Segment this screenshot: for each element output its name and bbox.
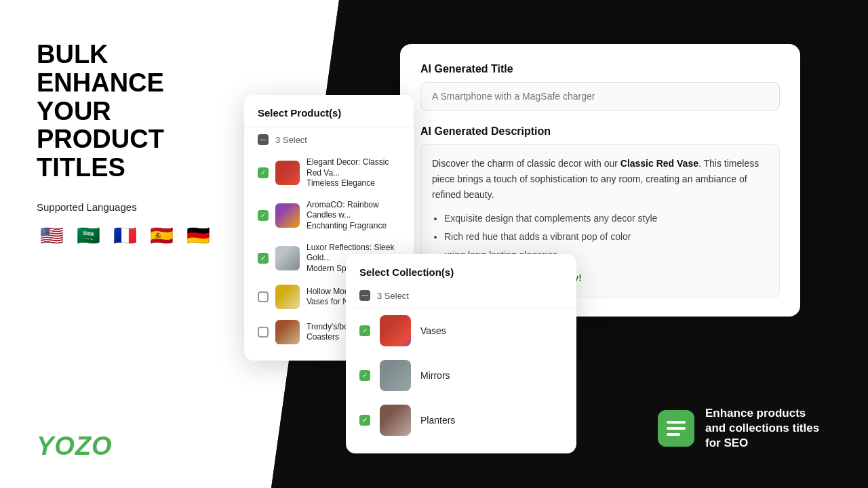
badge-icon bbox=[658, 410, 694, 447]
collection-checkbox-mirrors[interactable]: ✓ bbox=[359, 370, 370, 381]
bottom-badge: Enhance products and collections titles … bbox=[658, 406, 827, 451]
product-select-all-row[interactable]: — 3 Select bbox=[244, 127, 414, 152]
product-card-header: Select Product(s) bbox=[244, 95, 414, 127]
yozo-logo: YOZO bbox=[37, 432, 113, 461]
collection-select-all-checkbox[interactable]: — bbox=[359, 290, 370, 301]
product-checkbox-4[interactable] bbox=[258, 291, 269, 302]
collection-name-planters: Planters bbox=[420, 415, 455, 426]
product-thumb-1 bbox=[275, 161, 300, 185]
collection-select-count: 3 Select bbox=[377, 291, 409, 301]
ai-desc-intro: Discover the charm of classic decor with… bbox=[432, 158, 620, 169]
svg-rect-2 bbox=[667, 433, 680, 436]
ai-title-input[interactable] bbox=[420, 82, 780, 110]
product-thumb-4 bbox=[275, 285, 300, 309]
product-checkbox-5[interactable] bbox=[258, 327, 269, 338]
left-panel: BULK ENHANCE YOUR PRODUCT TITLES Support… bbox=[37, 41, 240, 251]
collection-checkbox-vases[interactable]: ✓ bbox=[359, 325, 370, 336]
flag-fr: 🇫🇷 bbox=[110, 221, 140, 251]
ai-title-section-label: AI Generated Title bbox=[420, 63, 780, 75]
collection-thumb-planters bbox=[380, 405, 411, 436]
flag-sa: 🇸🇦 bbox=[73, 221, 103, 251]
product-name-1: Elegant Decor: Classic Red Va...Timeless… bbox=[307, 157, 400, 189]
svg-rect-1 bbox=[667, 427, 686, 430]
collection-thumb-vases bbox=[380, 315, 411, 346]
ai-desc-bullet-2: Rich red hue that adds a vibrant pop of … bbox=[444, 229, 768, 245]
flag-es: 🇪🇸 bbox=[146, 221, 176, 251]
flag-us: 🇺🇸 bbox=[37, 221, 66, 251]
badge-text: Enhance products and collections titles … bbox=[705, 406, 827, 451]
collection-name-mirrors: Mirrors bbox=[420, 370, 450, 381]
collection-name-vases: Vases bbox=[420, 325, 446, 336]
collection-item-vases[interactable]: ✓ Vases bbox=[346, 308, 576, 353]
ai-desc-bullet-1: Exquisite design that complements any de… bbox=[444, 211, 768, 226]
svg-rect-0 bbox=[667, 421, 686, 424]
supported-label: Supported Languages bbox=[37, 201, 240, 213]
product-thumb-3 bbox=[275, 246, 300, 270]
product-thumb-2 bbox=[275, 203, 300, 228]
main-title: BULK ENHANCE YOUR PRODUCT TITLES bbox=[37, 41, 240, 182]
ai-desc-bold: Classic Red Vase bbox=[620, 158, 698, 169]
product-item[interactable]: ✓ AromaCO: Rainbow Candles w...Enchantin… bbox=[244, 195, 414, 237]
list-icon bbox=[667, 421, 686, 436]
collection-checkbox-planters[interactable]: ✓ bbox=[359, 415, 370, 426]
collection-thumb-mirrors bbox=[380, 360, 411, 391]
product-checkbox-3[interactable]: ✓ bbox=[258, 253, 269, 264]
flags-row: 🇺🇸 🇸🇦 🇫🇷 🇪🇸 🇩🇪 bbox=[37, 221, 240, 251]
product-name-2: AromaCO: Rainbow Candles w...Enchanting … bbox=[307, 200, 400, 232]
collection-select-all-row[interactable]: — 3 Select bbox=[346, 286, 576, 308]
collection-item-mirrors[interactable]: ✓ Mirrors bbox=[346, 353, 576, 398]
product-item[interactable]: ✓ Elegant Decor: Classic Red Va...Timele… bbox=[244, 152, 414, 195]
product-checkbox-2[interactable]: ✓ bbox=[258, 210, 269, 221]
flag-de: 🇩🇪 bbox=[183, 221, 213, 251]
collection-card-header: Select Collection(s) bbox=[346, 254, 576, 286]
collection-select-card: Select Collection(s) — 3 Select ✓ Vases … bbox=[346, 254, 576, 453]
collection-item-planters[interactable]: ✓ Planters bbox=[346, 398, 576, 443]
product-checkbox-1[interactable]: ✓ bbox=[258, 167, 269, 178]
product-select-all-checkbox[interactable]: — bbox=[258, 134, 269, 145]
ai-desc-section-label: AI Generated Description bbox=[420, 125, 780, 138]
product-thumb-5 bbox=[275, 320, 300, 344]
product-select-count: 3 Select bbox=[275, 135, 307, 145]
